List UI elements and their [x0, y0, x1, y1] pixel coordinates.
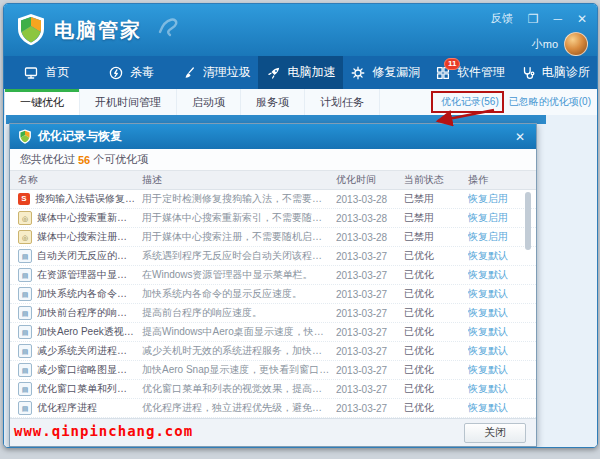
nav-item-label: 清理垃圾	[203, 64, 251, 81]
restore-link[interactable]: 恢复默认	[468, 325, 520, 339]
task-description: 系统遇到程序无反应时会自动关闭该程序，避免系统...	[142, 249, 330, 263]
task-description: 加快系统内各命令的显示反应速度。	[142, 287, 330, 301]
restore-link[interactable]: 恢复默认	[468, 287, 520, 301]
table-row: ▤优化程序进程优化程序进程，独立进程优先级，避免系统"死机"。2013-03-2…	[10, 399, 536, 418]
avatar[interactable]	[564, 32, 588, 56]
nav-item-software[interactable]: 11软件管理	[428, 56, 513, 89]
status-label: 已优化	[404, 287, 462, 301]
app-window: 电脑管家 反馈 ❐ ─ ✕ 小mo 首页杀毒清理垃圾电脑加速修复漏洞11软件管理…	[3, 3, 598, 448]
fix-icon	[350, 65, 366, 81]
optimize-time: 2013-03-27	[336, 270, 398, 281]
restore-link[interactable]: 恢复启用	[468, 230, 520, 244]
optimize-records-link[interactable]: 优化记录(56)	[441, 95, 499, 109]
nav-item-fix[interactable]: 修复漏洞	[343, 56, 428, 89]
status-label: 已禁用	[404, 230, 462, 244]
system-icon: ▤	[18, 287, 32, 301]
feedback-link[interactable]: 反馈	[491, 11, 513, 26]
system-icon: ▤	[18, 363, 32, 377]
nav-item-label: 修复漏洞	[372, 64, 420, 81]
subtab-2[interactable]: 启动项	[177, 89, 241, 115]
task-name: 优化程序进程	[37, 401, 97, 415]
minimize-button[interactable]: ─	[553, 13, 562, 25]
table-row: ▤减少系统关闭进程时间减少关机时无效的系统进程服务，加快关机速度。2013-03…	[10, 342, 536, 361]
restore-link[interactable]: 恢复默认	[468, 382, 520, 396]
optimize-time: 2013-03-27	[336, 365, 398, 376]
subtab-one-key-optimize[interactable]: 一键优化	[4, 89, 80, 115]
table-row: ▤优化窗口菜单和列表视觉效果优化窗口菜单和列表的视觉效果，提高系统运行速度。20…	[10, 380, 536, 399]
optimize-time: 2013-03-27	[336, 327, 398, 338]
restore-link[interactable]: 恢复默认	[468, 344, 520, 358]
system-icon: ▤	[18, 268, 32, 282]
subtab-1[interactable]: 开机时间管理	[80, 89, 177, 115]
clean-icon	[181, 65, 197, 81]
dialog-shield-icon	[18, 129, 32, 144]
column-header: 描述	[142, 173, 330, 187]
table-row: ▤加快前台程序的响应速度提高前台程序的响应速度。2013-03-27已优化恢复默…	[10, 304, 536, 323]
clinic-icon	[520, 65, 536, 81]
watermark: www.qinpinchang.com	[14, 423, 193, 439]
skin-icon[interactable]: ❐	[528, 13, 539, 25]
restore-link[interactable]: 恢复启用	[468, 192, 520, 206]
status-label: 已优化	[404, 363, 462, 377]
restore-link[interactable]: 恢复默认	[468, 306, 520, 320]
task-name: 减少系统关闭进程时间	[37, 344, 136, 358]
ignored-items-link[interactable]: 已忽略的优化项(0)	[509, 95, 591, 109]
optimize-records-dialog: 优化记录与恢复 ✕ 您共优化过 56 个可优化项 名称描述优化时间当前状态操作 …	[9, 123, 537, 447]
titlebar: 电脑管家 反馈 ❐ ─ ✕ 小mo	[4, 4, 597, 56]
table-row: ◎媒体中心搜索注册任务用于媒体中心搜索注册，不需要随机启动。2013-03-28…	[10, 228, 536, 247]
restore-link[interactable]: 恢复默认	[468, 363, 520, 377]
task-name: 加快Aero Peek透视桌面功能的...	[37, 325, 136, 339]
optimize-time: 2013-03-28	[336, 194, 398, 205]
nav-item-clean[interactable]: 清理垃圾	[173, 56, 258, 89]
task-description: 优化窗口菜单和列表的视觉效果，提高系统运行速度。	[142, 382, 330, 396]
nav-item-label: 杀毒	[130, 64, 154, 81]
task-description: 提高前台程序的响应速度。	[142, 306, 330, 320]
system-icon: ▤	[18, 249, 32, 263]
summary-count: 56	[78, 154, 90, 166]
status-label: 已优化	[404, 268, 462, 282]
close-dialog-button[interactable]: 关闭	[464, 423, 526, 443]
system-icon: ▤	[18, 325, 32, 339]
system-icon: ▤	[18, 401, 32, 415]
restore-link[interactable]: 恢复默认	[468, 249, 520, 263]
app-logo-shield-icon	[16, 13, 46, 46]
task-name: 搜狗输入法错误修复任务	[35, 192, 136, 206]
nav-item-speedup[interactable]: 电脑加速	[258, 56, 343, 89]
summary-suffix: 个可优化项	[93, 152, 148, 167]
nav-item-antivirus[interactable]: 杀毒	[89, 56, 174, 89]
task-description: 优化程序进程，独立进程优先级，避免系统"死机"。	[142, 401, 330, 415]
restore-link[interactable]: 恢复启用	[468, 211, 520, 225]
column-header: 优化时间	[336, 173, 398, 187]
navbar: 首页杀毒清理垃圾电脑加速修复漏洞11软件管理电脑诊所	[4, 56, 597, 89]
table-row: ◎媒体中心搜索重新索引任务用于媒体中心搜索重新索引，不需要随机启动。2013-0…	[10, 209, 536, 228]
nav-item-clinic[interactable]: 电脑诊所	[512, 56, 597, 89]
table-row: ▤在资源管理器中显示菜单在Windows资源管理器中显示菜单栏。2013-03-…	[10, 266, 536, 285]
summary-prefix: 您共优化过	[20, 152, 75, 167]
subtab-3[interactable]: 服务项	[241, 89, 305, 115]
subtab-4[interactable]: 计划任务	[305, 89, 380, 115]
nav-item-home[interactable]: 首页	[4, 56, 89, 89]
close-button[interactable]: ✕	[577, 13, 587, 25]
task-name: 自动关闭无反应的程序	[37, 249, 136, 263]
user-account[interactable]: 小mo	[532, 32, 588, 56]
home-icon	[23, 65, 39, 81]
antivirus-icon	[108, 65, 124, 81]
task-description: 用于媒体中心搜索重新索引，不需要随机启动。	[142, 211, 330, 225]
scrollbar-thumb[interactable]	[525, 192, 531, 250]
restore-link[interactable]: 恢复默认	[468, 268, 520, 282]
dialog-close-icon[interactable]: ✕	[512, 130, 528, 144]
status-label: 已优化	[404, 382, 462, 396]
task-description: 用于媒体中心搜索注册，不需要随机启动。	[142, 230, 330, 244]
task-name: 媒体中心搜索注册任务	[37, 230, 136, 244]
status-label: 已优化	[404, 249, 462, 263]
task-description: 提高Windows中Aero桌面显示速度，快速切换到任意打...	[142, 325, 330, 339]
restore-link[interactable]: 恢复默认	[468, 401, 520, 415]
optimize-time: 2013-03-28	[336, 232, 398, 243]
task-name: 加快系统内各命令的显示反应速度	[37, 287, 136, 301]
task-description: 加快Aero Snap显示速度，更快看到窗口缩略图(需要重...	[142, 363, 330, 377]
task-description: 减少关机时无效的系统进程服务，加快关机速度。	[142, 344, 330, 358]
table-header: 名称描述优化时间当前状态操作	[10, 170, 536, 190]
nav-item-label: 电脑加速	[288, 64, 336, 81]
task-name: 优化窗口菜单和列表视觉效果	[37, 382, 136, 396]
optimize-time: 2013-03-28	[336, 213, 398, 224]
